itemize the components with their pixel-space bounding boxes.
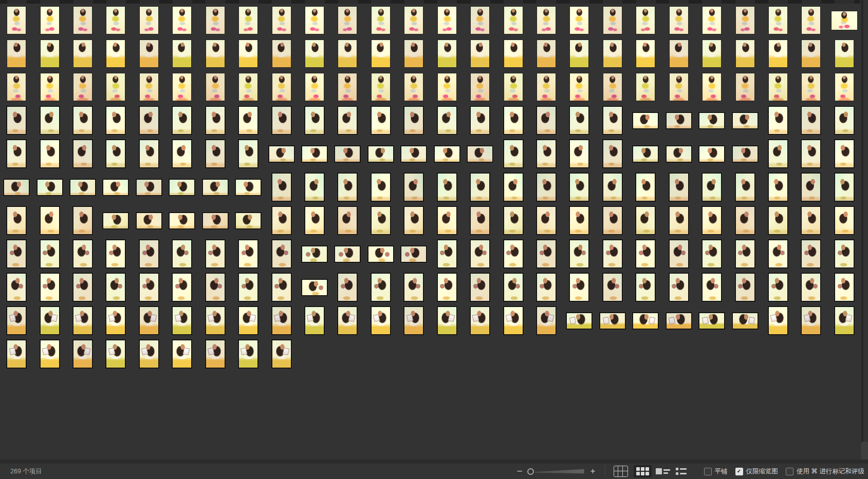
photo-thumbnail[interactable]	[172, 73, 192, 101]
photo-thumbnail[interactable]	[503, 106, 524, 135]
photo-thumbnail[interactable]	[337, 173, 358, 202]
photo-thumbnail[interactable]	[801, 73, 821, 101]
photo-thumbnail[interactable]	[834, 173, 855, 202]
photo-thumbnail[interactable]	[139, 239, 159, 269]
photo-thumbnail[interactable]	[271, 306, 292, 335]
photo-thumbnail[interactable]	[169, 212, 195, 229]
photo-thumbnail[interactable]	[105, 239, 126, 269]
photo-thumbnail[interactable]	[235, 179, 262, 196]
photo-thumbnail[interactable]	[768, 239, 788, 269]
photo-thumbnail[interactable]	[602, 173, 623, 202]
photo-thumbnail[interactable]	[536, 106, 557, 135]
photo-thumbnail[interactable]	[669, 6, 689, 34]
photo-thumbnail[interactable]	[36, 179, 63, 196]
photo-thumbnail[interactable]	[169, 179, 195, 196]
photo-thumbnail[interactable]	[40, 339, 60, 369]
photo-thumbnail[interactable]	[632, 312, 659, 330]
photo-thumbnail[interactable]	[635, 206, 656, 235]
photo-thumbnail[interactable]	[602, 106, 623, 135]
photo-thumbnail[interactable]	[735, 273, 755, 302]
photo-thumbnail[interactable]	[202, 179, 229, 196]
photo-thumbnail[interactable]	[238, 306, 258, 335]
photo-thumbnail[interactable]	[632, 145, 659, 163]
photo-thumbnail[interactable]	[698, 145, 725, 163]
photo-thumbnail[interactable]	[801, 273, 821, 302]
photo-thumbnail[interactable]	[669, 206, 689, 235]
photo-thumbnail[interactable]	[205, 139, 226, 168]
photo-thumbnail[interactable]	[636, 73, 655, 101]
photo-thumbnail[interactable]	[304, 173, 325, 202]
photo-thumbnail[interactable]	[732, 312, 759, 330]
photo-thumbnail[interactable]	[569, 206, 589, 235]
photo-thumbnail[interactable]	[404, 6, 423, 34]
photo-thumbnail[interactable]	[666, 112, 692, 129]
photo-thumbnail[interactable]	[271, 239, 292, 269]
photo-thumbnail[interactable]	[105, 339, 126, 369]
photo-thumbnail[interactable]	[698, 312, 725, 330]
photo-thumbnail[interactable]	[106, 6, 125, 34]
photo-thumbnail[interactable]	[304, 106, 325, 135]
photo-thumbnail[interactable]	[271, 173, 292, 202]
photo-thumbnail[interactable]	[437, 206, 457, 235]
photo-thumbnail[interactable]	[371, 206, 391, 235]
photo-thumbnail[interactable]	[603, 6, 622, 34]
photo-thumbnail[interactable]	[238, 6, 258, 34]
photo-thumbnail[interactable]	[7, 6, 26, 34]
photo-thumbnail[interactable]	[301, 245, 328, 263]
photo-thumbnail[interactable]	[569, 239, 589, 269]
photo-thumbnail[interactable]	[172, 106, 192, 135]
photo-thumbnail[interactable]	[602, 139, 623, 168]
photo-thumbnail[interactable]	[403, 306, 424, 335]
photo-thumbnail[interactable]	[437, 239, 457, 269]
photo-thumbnail[interactable]	[602, 273, 623, 302]
photo-thumbnail[interactable]	[669, 273, 689, 302]
photo-thumbnail[interactable]	[304, 306, 325, 335]
checkbox-checked-icon[interactable]	[735, 468, 743, 475]
photo-thumbnail[interactable]	[569, 273, 589, 302]
photo-thumbnail[interactable]	[735, 173, 755, 202]
photo-thumbnail[interactable]	[205, 106, 226, 135]
photo-thumbnail[interactable]	[537, 40, 556, 68]
photo-thumbnail[interactable]	[268, 145, 295, 163]
photo-thumbnail[interactable]	[272, 40, 291, 68]
photo-thumbnail[interactable]	[73, 73, 93, 101]
photo-thumbnail[interactable]	[470, 273, 490, 302]
photo-thumbnail[interactable]	[205, 339, 226, 369]
photo-thumbnail[interactable]	[40, 206, 60, 235]
photo-thumbnail[interactable]	[470, 40, 490, 68]
photo-thumbnail[interactable]	[403, 273, 424, 302]
photo-thumbnail[interactable]	[73, 6, 93, 34]
photo-thumbnail[interactable]	[701, 206, 722, 235]
photo-thumbnail[interactable]	[301, 279, 328, 296]
photo-thumbnail[interactable]	[569, 73, 589, 101]
photo-thumbnail[interactable]	[503, 206, 524, 235]
photo-thumbnail[interactable]	[6, 139, 27, 168]
checkbox-unchecked-icon[interactable]	[786, 468, 793, 475]
photo-thumbnail[interactable]	[537, 73, 556, 101]
photo-thumbnail[interactable]	[437, 173, 457, 202]
photo-thumbnail[interactable]	[834, 206, 855, 235]
photo-thumbnail[interactable]	[599, 312, 626, 330]
option-0[interactable]: 平铺	[704, 467, 728, 476]
photo-thumbnail[interactable]	[669, 73, 689, 101]
photo-thumbnail[interactable]	[305, 73, 324, 101]
photo-thumbnail[interactable]	[702, 40, 722, 68]
photo-thumbnail[interactable]	[139, 139, 159, 168]
photo-thumbnail[interactable]	[367, 245, 394, 263]
photo-thumbnail[interactable]	[801, 206, 821, 235]
photo-thumbnail[interactable]	[434, 145, 460, 163]
photo-thumbnail[interactable]	[139, 106, 159, 135]
photo-thumbnail[interactable]	[105, 306, 126, 335]
photo-thumbnail[interactable]	[437, 73, 457, 101]
photo-thumbnail[interactable]	[367, 145, 394, 163]
photo-thumbnail[interactable]	[470, 239, 490, 269]
photo-thumbnail[interactable]	[768, 40, 788, 68]
photo-thumbnail[interactable]	[3, 179, 30, 196]
photo-thumbnail[interactable]	[400, 245, 427, 263]
photo-thumbnail[interactable]	[238, 239, 258, 269]
photo-thumbnail[interactable]	[238, 73, 258, 101]
photo-thumbnail[interactable]	[206, 6, 225, 34]
vertical-scrollbar[interactable]	[860, 0, 868, 464]
photo-thumbnail[interactable]	[136, 179, 162, 196]
photo-thumbnail[interactable]	[470, 73, 490, 101]
